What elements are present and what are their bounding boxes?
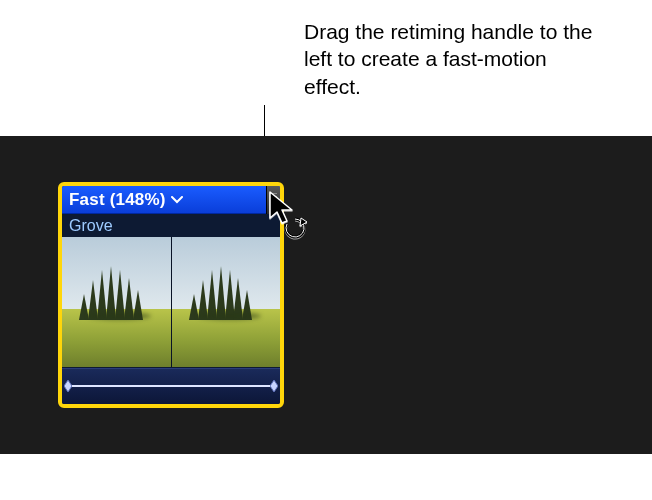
retime-speed-label: Fast (148%) (69, 190, 166, 210)
timeline-clip[interactable]: Fast (148%) Grove (58, 182, 284, 408)
callout-text: Drag the retiming handle to the left to … (304, 18, 604, 100)
audio-fade-handle-left[interactable] (64, 380, 72, 392)
thumbnail-frame (62, 237, 171, 367)
chevron-down-icon[interactable] (171, 196, 183, 204)
thumbnail-frame (171, 237, 280, 367)
audio-fade-handle-right[interactable] (270, 380, 278, 392)
clip-name-label: Grove (62, 214, 280, 237)
audio-volume-line[interactable] (68, 385, 274, 387)
retime-handle[interactable] (266, 186, 280, 214)
clip-audio-lane[interactable] (62, 368, 280, 404)
clip-thumbnails (62, 237, 280, 367)
retime-bar[interactable]: Fast (148%) (62, 186, 280, 214)
